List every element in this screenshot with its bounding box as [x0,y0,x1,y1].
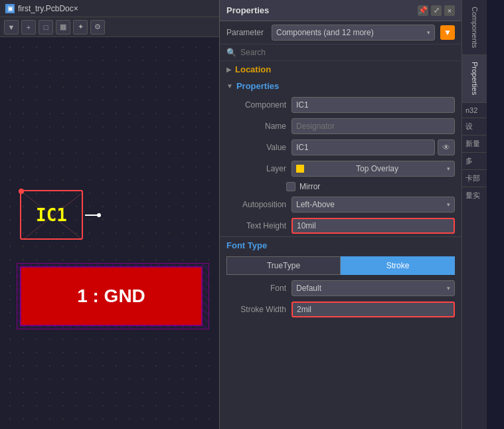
cn-text-5: 卡部 [462,170,487,187]
textheight-input[interactable] [292,218,455,234]
autoposition-label: Autoposition [233,200,286,209]
filename: first_try.PcbDoc [18,4,74,13]
properties-section-header[interactable]: ▼ Properties [220,78,462,94]
toolbar: ▼ + □ ▦ ✦ ⚙ [0,17,219,37]
gnd-label: 1 : GND [77,286,145,307]
value-label: Value [233,143,286,152]
font-dropdown-arrow: ▾ [447,285,450,292]
fonttype-label: Font Type [226,240,267,250]
font-label: Font [233,284,286,293]
canvas-area: ▣ first_try.PcbDoc × ▼ + □ ▦ ✦ ⚙ 1 : GND [0,0,219,429]
parameter-value: Components (and 12 more) [276,28,374,37]
mirror-row: Mirror [220,179,462,194]
filter-btn[interactable]: ▼ [440,25,455,40]
name-field-row: Name [220,116,462,137]
rect-tool-btn[interactable]: □ [39,20,53,35]
cn-tab-components[interactable]: Components [462,0,487,55]
parameter-row: Parameter Components (and 12 more) ▾ ▼ [220,21,462,44]
ic1-component[interactable]: IC1 [20,190,83,240]
gnd-component[interactable]: 1 : GND [20,266,203,326]
autoposition-dropdown[interactable]: Left-Above ▾ [292,197,455,213]
textheight-field-row: Text Height [220,215,462,236]
autoposition-value: Left-Above [296,200,335,209]
component-label: Component [233,100,286,110]
svg-line-0 [21,191,82,238]
font-value: Default [296,284,321,293]
mirror-checkbox[interactable] [286,182,295,191]
layer-label: Layer [233,164,286,173]
star-tool-btn[interactable]: ✦ [73,20,88,35]
parameter-dropdown-arrow: ▾ [427,29,430,36]
value-field-wrapper: 👁 [292,139,455,155]
title-bar: ▣ first_try.PcbDoc × [0,0,219,17]
textheight-label: Text Height [233,221,286,230]
close-panel-btn[interactable]: × [444,5,455,16]
add-tool-btn[interactable]: + [21,20,36,35]
autoposition-field-row: Autoposition Left-Above ▾ [220,194,462,215]
value-input[interactable] [292,139,435,155]
autoposition-dropdown-arrow: ▾ [447,201,450,208]
layer-dropdown-arrow: ▾ [447,165,450,172]
component-field-row: Component [220,94,462,116]
strokewidth-input[interactable] [292,301,455,317]
value-field-row: Value 👁 [220,137,462,158]
ic1-outline: IC1 [20,190,83,240]
strokewidth-field-row: Stroke Width [220,299,462,320]
search-input[interactable] [240,48,455,57]
font-dropdown[interactable]: Default ▾ [292,280,455,296]
expand-panel-btn[interactable]: ⤢ [431,5,442,16]
font-type-btn-group: TrueType Stroke [226,256,455,275]
cn-sidebar: Components Properties n32 设 新量 多 卡部 量实 [462,0,487,429]
panel-controls: 📌 ⤢ × [418,5,455,16]
settings-tool-btn[interactable]: ⚙ [90,20,105,35]
search-bar: 🔍 [220,44,462,61]
name-label: Name [233,122,286,131]
location-arrow-icon: ▶ [226,66,232,73]
location-section-header[interactable]: ▶ Location [220,61,462,78]
properties-section-label: Properties [236,81,279,91]
parameter-dropdown[interactable]: Components (and 12 more) ▾ [272,25,435,41]
layer-field-row: Layer Top Overlay ▾ [220,158,462,179]
chart-tool-btn[interactable]: ▦ [56,20,70,35]
ic1-diagonal-lines [21,191,82,238]
properties-arrow-icon: ▼ [226,82,233,90]
cn-tab-properties[interactable]: Properties [462,55,487,102]
layer-color-swatch [296,165,304,173]
file-icon: ▣ [5,4,15,13]
value-eye-btn[interactable]: 👁 [438,139,455,155]
cn-text-6: 量实 [462,187,487,204]
cn-text-2: 设 [462,118,487,135]
ic1-pin-end [97,213,101,217]
truetype-btn[interactable]: TrueType [226,256,341,275]
pin-panel-btn[interactable]: 📌 [418,5,428,16]
cn-text-4: 多 [462,153,487,170]
cn-text-1: n32 [462,103,487,118]
properties-panel: Properties 📌 ⤢ × Parameter Components (a… [219,0,462,429]
location-section-label: Location [235,64,271,74]
strokewidth-label: Stroke Width [233,305,286,314]
panel-title: Properties [226,5,269,15]
parameter-label: Parameter [226,28,266,37]
cn-text-3: 新量 [462,135,487,153]
layer-value: Top Overlay [356,164,398,173]
filter-tool-btn[interactable]: ▼ [4,20,19,35]
panel-header: Properties 📌 ⤢ × [220,0,462,21]
mirror-label: Mirror [299,182,320,191]
fonttype-section-header: Font Type [220,236,462,254]
search-icon: 🔍 [226,48,236,57]
pcb-canvas[interactable]: 1 : GND IC1 [0,37,219,429]
strokewidth-input-wrap [292,301,455,317]
component-input[interactable] [292,97,455,113]
layer-dropdown[interactable]: Top Overlay ▾ [292,161,455,177]
modified-indicator: × [74,4,78,13]
font-field-row: Font Default ▾ [220,278,462,299]
name-input[interactable] [292,118,455,134]
stroke-btn[interactable]: Stroke [341,256,455,275]
